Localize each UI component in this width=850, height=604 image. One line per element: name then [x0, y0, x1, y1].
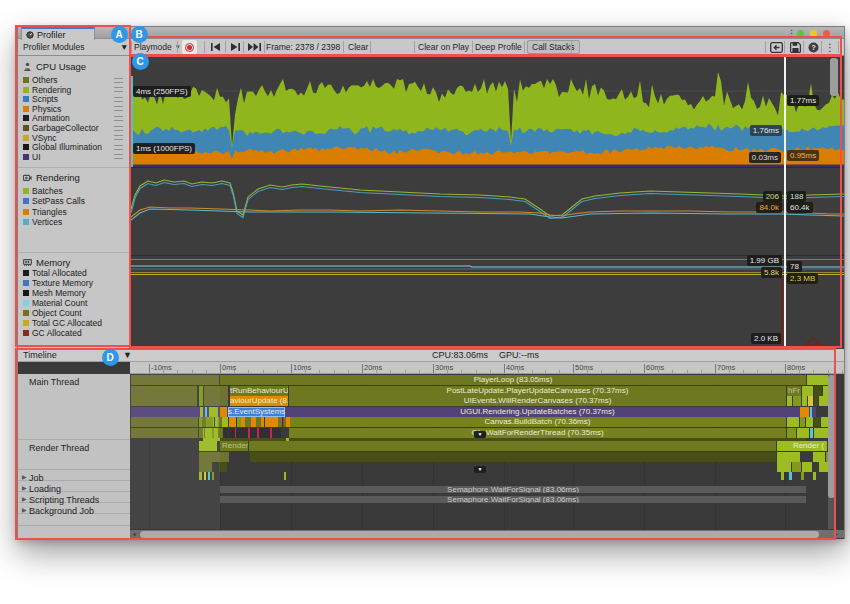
annotation-box-b [129, 36, 842, 56]
annotation-box-c [129, 55, 842, 348]
ruler-tick-minor [842, 370, 843, 373]
annotation-label-d: D [102, 349, 119, 366]
annotation-box-a [15, 25, 131, 347]
annotation-box-d [15, 348, 836, 540]
annotation-label-c: C [132, 53, 149, 70]
annotation-label-a: A [111, 26, 128, 43]
annotation-label-b: B [131, 26, 148, 43]
